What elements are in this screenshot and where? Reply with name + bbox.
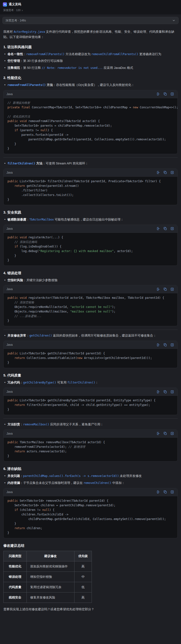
insert-code-button[interactable] (156, 170, 160, 175)
code-content: public void registerActor(...) { // 添加日志… (4, 233, 177, 266)
inline-code: ActorRegistry.java (14, 30, 45, 34)
app-title-row: 通义灵码 (3, 2, 178, 7)
list-item: 并发问题：parentChildMap.values().forEach(s -… (3, 473, 178, 478)
text-run: ：第 30 行多余的空行可以移除 (20, 59, 63, 62)
new-file-button[interactable] (170, 170, 174, 175)
list-item: removeFromAllParents() 方法：存在性能瓶颈（O(n)复杂度… (3, 82, 178, 88)
text-run: 中添加： (111, 481, 125, 485)
new-file-button[interactable] (170, 342, 174, 347)
code-line: } (8, 454, 173, 458)
copy-code-button[interactable] (163, 490, 167, 494)
text-run: 应同步清理父子关系，避免僵尸引用： (49, 422, 103, 426)
code-block-header: Java (4, 225, 177, 233)
summary-table: 问题类型建议修改优先级性能优化添加反向映射优化移除操作高错误处理增加空指针校验中… (3, 551, 92, 603)
code-block-header: Java (4, 285, 177, 293)
text-run: ：子节点集合未在父节点移除时清理，建议在 (20, 481, 84, 485)
text-run: 方法名称建议改为 (65, 52, 91, 56)
table-row: 错误处理增加空指针校验中 (4, 572, 92, 582)
text-run: 空行管理 (8, 59, 20, 62)
copy-code-button[interactable] (163, 170, 167, 175)
code-actions-toolbar (156, 342, 174, 347)
code-actions-toolbar (156, 92, 174, 96)
insert-code-button[interactable] (156, 287, 160, 292)
text-run: 我将对 (3, 30, 14, 34)
code-block: Javapublic void registerActor(...) { // … (3, 224, 178, 266)
table-cell: 高 (74, 561, 92, 572)
deep-think-panel[interactable]: 深度思考 · 146s (3, 17, 178, 24)
text-run: ：关键方法缺少参数校验 (23, 278, 58, 282)
insert-code-button[interactable] (156, 431, 160, 436)
insert-code-button[interactable] (156, 342, 160, 347)
code-language-label: Java (7, 432, 13, 435)
code-actions-toolbar (156, 226, 174, 231)
text-run: ： (20, 422, 23, 426)
code-line: } (8, 530, 173, 535)
insert-code-button[interactable] (156, 92, 160, 96)
list-item: 敏感数据暴露：TbActorMailbox 可能包含敏感信息，建议在日志输出中脱… (3, 217, 178, 222)
code-line: return getChildren(parentId).stream() (8, 184, 173, 188)
code-block: Javapublic List<TbActorId> getChildrenBy… (3, 388, 178, 415)
list-item: 空行管理：第 30 行多余的空行可以移除 (3, 58, 178, 64)
new-file-icon (170, 390, 174, 394)
table-cell: 添加反向映射优化移除操作 (27, 561, 74, 572)
text-run: ： (95, 380, 98, 384)
code-line: children.forEach(childId -> (8, 512, 173, 517)
table-cell: 低 (74, 582, 92, 592)
divider (3, 418, 178, 419)
copy-icon (163, 490, 167, 494)
new-file-button[interactable] (170, 92, 174, 96)
new-file-button[interactable] (170, 490, 174, 494)
code-line: parentChildMap.getOrDefault(parentId, Co… (8, 137, 173, 142)
insert-code-button[interactable] (156, 390, 160, 394)
copy-code-button[interactable] (163, 92, 167, 96)
code-line: } (8, 360, 173, 365)
code-line: if (parents != null) { (8, 128, 173, 133)
code-block: Javapublic List<TbActorId> filterChildre… (3, 168, 178, 205)
new-file-button[interactable] (170, 226, 174, 231)
copy-code-button[interactable] (163, 226, 167, 231)
code-line: // 添加日志掩码 (8, 240, 173, 244)
table-row: 性能优化添加反向映射优化移除操作高 (4, 561, 92, 572)
text-run: 空指针风险 (8, 278, 23, 282)
copy-code-button[interactable] (163, 431, 167, 436)
code-actions-toolbar (156, 431, 174, 436)
code-line: return actors.remove(actorId); (8, 449, 173, 454)
code-block: Javapublic TbActorMailbox removeMailbox(… (3, 430, 178, 462)
code-line: .collect(Collectors.toList()); (8, 193, 173, 198)
code-line: } (8, 254, 173, 258)
code-line: .filter(filter) (8, 188, 173, 193)
code-content: // 新增反向映射private final ConcurrentMap<TbA… (4, 98, 177, 154)
table-cell: 中 (74, 572, 92, 582)
text-run: 返回的是快照副本，但调用方可能修改原始集合，建议返回不可修改集合： (52, 334, 156, 337)
code-language-label: Java (7, 288, 13, 291)
insert-code-button[interactable] (156, 226, 160, 231)
think-summary-row[interactable]: 深度思考 · 120 › (3, 7, 178, 12)
code-line: } (8, 198, 173, 202)
new-file-button[interactable] (170, 287, 174, 292)
text-run: 可能包含敏感信息，建议在日志输出中脱敏处理： (54, 218, 124, 221)
insert-code-button[interactable] (156, 490, 160, 494)
list-item: 内存泄漏：子节点集合未在父节点移除时清理，建议在 removeChildren(… (3, 480, 178, 486)
copy-code-button[interactable] (163, 390, 167, 394)
new-file-icon (170, 490, 174, 494)
text-run: 并发问题 (8, 474, 20, 478)
inline-code: removeFromAllParents() (8, 83, 46, 87)
paragraph: 需要我实现上述任何修改建议吗？或者您希望优先处理特定部分？ (3, 607, 178, 612)
code-line: // 添加空校验 (8, 300, 173, 305)
new-file-button[interactable] (170, 431, 174, 436)
copy-code-button[interactable] (163, 342, 167, 347)
list-item: 注释规范：第 50 行注释 // Note: removeActor is no… (3, 65, 178, 70)
insert-code-icon (156, 432, 160, 435)
insert-code-icon (156, 171, 160, 174)
insert-code-icon (156, 390, 160, 394)
text-run: ： (23, 52, 26, 56)
code-line: Objects.requireNonNull(mailbox, "mailbox… (8, 309, 173, 314)
new-file-button[interactable] (170, 390, 174, 394)
table-cell: 增加空指针校验 (27, 572, 74, 582)
section-heading: 6. 潜在缺陷 (3, 466, 178, 471)
text-run: 敏感数据暴露 (8, 218, 26, 221)
code-line: return Collections.unmodifiableList(new … (8, 356, 173, 360)
new-file-icon (170, 227, 174, 230)
copy-code-button[interactable] (163, 287, 167, 292)
copy-icon (163, 92, 167, 96)
